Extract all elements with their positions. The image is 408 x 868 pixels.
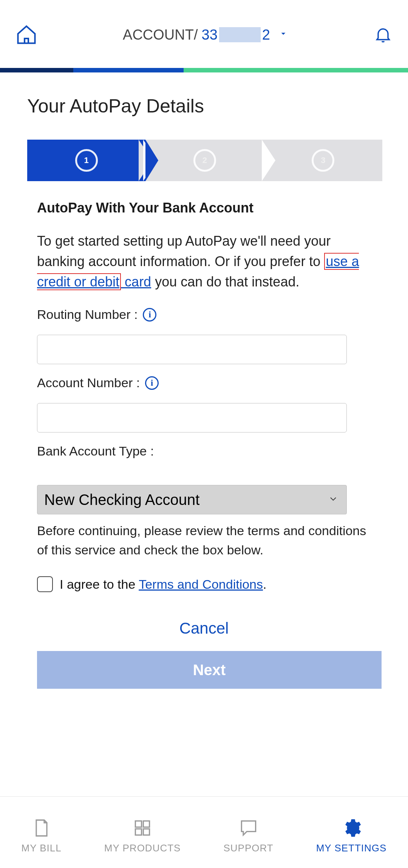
agree-post: .: [263, 577, 266, 591]
account-number-label: Account Number : i: [37, 376, 371, 390]
nav-support[interactable]: SUPPORT: [223, 817, 273, 854]
step-2-circle: 2: [193, 149, 216, 172]
nav-my-settings[interactable]: MY SETTINGS: [316, 817, 387, 854]
autopay-form: AutoPay With Your Bank Account To get st…: [27, 200, 381, 689]
nav-label: MY BILL: [22, 842, 62, 854]
account-number-input[interactable]: [37, 403, 347, 432]
account-number: 33 2: [202, 27, 270, 43]
chevron-down-icon: [278, 29, 288, 41]
step-1: 1: [27, 140, 145, 181]
chat-icon: [238, 817, 259, 839]
bank-account-type-label: Bank Account Type :: [37, 444, 371, 459]
routing-number-label: Routing Number : i: [37, 307, 371, 322]
svg-rect-2: [135, 829, 141, 835]
main-content: Your AutoPay Details 1 2 3 AutoPay With …: [0, 72, 408, 796]
accent-bar: [0, 68, 408, 72]
agree-row: I agree to the Terms and Conditions.: [37, 576, 371, 592]
section-title: AutoPay With Your Bank Account: [37, 200, 371, 216]
intro-pre: To get started setting up AutoPay we'll …: [37, 233, 331, 269]
account-number-masked: [219, 27, 261, 42]
header: ACCOUNT/ 33 2: [0, 0, 408, 68]
step-indicator: 1 2 3: [27, 140, 382, 181]
bank-account-type-select[interactable]: New Checking Account: [37, 485, 347, 514]
account-number-prefix: 33: [202, 27, 218, 43]
svg-rect-1: [143, 821, 149, 827]
document-icon: [31, 817, 52, 839]
step-3-circle: 3: [312, 149, 334, 172]
grid-icon: [132, 817, 153, 839]
routing-number-input[interactable]: [37, 335, 347, 364]
terms-link[interactable]: Terms and Conditions: [139, 577, 263, 591]
next-button[interactable]: Next: [37, 651, 382, 689]
bottom-nav: MY BILL MY PRODUCTS SUPPORT MY SETTINGS: [0, 796, 408, 868]
svg-rect-0: [135, 821, 141, 827]
routing-label-text: Routing Number :: [37, 307, 138, 322]
nav-label: MY SETTINGS: [316, 842, 387, 854]
account-label-prefix: ACCOUNT/: [123, 27, 198, 43]
page-title: Your AutoPay Details: [27, 95, 381, 117]
intro-text: To get started setting up AutoPay we'll …: [37, 231, 371, 292]
cancel-button[interactable]: Cancel: [37, 619, 371, 637]
info-icon[interactable]: i: [143, 308, 156, 322]
bank-account-type-select-wrap: New Checking Account: [37, 485, 347, 514]
step-1-circle: 1: [75, 149, 98, 172]
info-icon[interactable]: i: [145, 376, 159, 390]
intro-post: you can do that instead.: [151, 274, 299, 289]
account-number-suffix: 2: [262, 27, 270, 43]
step-3: 3: [264, 140, 382, 181]
account-label-text: Account Number :: [37, 376, 140, 390]
nav-my-products[interactable]: MY PRODUCTS: [104, 817, 181, 854]
svg-rect-3: [143, 829, 149, 835]
nav-label: SUPPORT: [223, 842, 273, 854]
gear-icon: [341, 817, 362, 839]
terms-note: Before continuing, please review the ter…: [37, 521, 371, 560]
home-icon[interactable]: [15, 23, 38, 46]
agree-text: I agree to the Terms and Conditions.: [60, 577, 266, 592]
agree-checkbox[interactable]: [37, 576, 53, 592]
account-selector[interactable]: ACCOUNT/ 33 2: [123, 27, 288, 43]
step-2: 2: [145, 140, 264, 181]
nav-label: MY PRODUCTS: [104, 842, 181, 854]
nav-my-bill[interactable]: MY BILL: [22, 817, 62, 854]
notifications-icon[interactable]: [373, 25, 393, 45]
bank-type-label-text: Bank Account Type :: [37, 444, 154, 459]
use-card-link-rest[interactable]: card: [121, 274, 151, 289]
agree-pre: I agree to the: [60, 577, 139, 591]
